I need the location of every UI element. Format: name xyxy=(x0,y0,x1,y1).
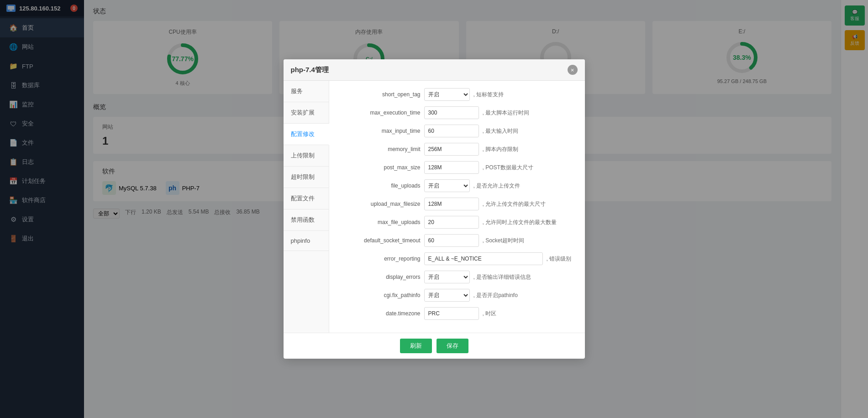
display-errors-select[interactable]: 开启关闭 xyxy=(424,271,470,283)
config-row-short-open-tag: short_open_tag 开启关闭 , 短标签支持 xyxy=(338,88,576,101)
config-desc-upload-max-filesize: , 允许上传文件的最大尺寸 xyxy=(483,200,546,208)
config-row-memory-limit: memory_limit , 脚本内存限制 xyxy=(338,143,576,156)
config-desc-date-timezone: , 时区 xyxy=(483,310,497,318)
modal-close-button[interactable]: × xyxy=(568,65,578,75)
config-row-cgi-fix-pathinfo: cgi.fix_pathinfo 开启关闭 , 是否开启pathinfo xyxy=(338,289,576,302)
post-max-size-input[interactable] xyxy=(424,161,479,174)
config-row-max-execution-time: max_execution_time , 最大脚本运行时间 xyxy=(338,106,576,119)
config-desc-cgi-fix-pathinfo: , 是否开启pathinfo xyxy=(473,292,518,299)
default-socket-timeout-input[interactable] xyxy=(424,234,479,247)
config-row-date-timezone: date.timezone , 时区 xyxy=(338,307,576,320)
refresh-button[interactable]: 刷新 xyxy=(400,339,432,353)
modal-overlay: php-7.4管理 × 服务 安装扩展 配置修改 上传限制 超时限制 配置文件 … xyxy=(0,0,868,418)
config-row-upload-max-filesize: upload_max_filesize , 允许上传文件的最大尺寸 xyxy=(338,198,576,210)
upload-max-filesize-input[interactable] xyxy=(424,198,479,210)
config-row-file-uploads: file_uploads 开启关闭 , 是否允许上传文件 xyxy=(338,179,576,192)
modal-footer: 刷新 保存 xyxy=(284,333,585,359)
config-label-short-open-tag: short_open_tag xyxy=(338,91,421,98)
tab-config-edit[interactable]: 配置修改 xyxy=(284,124,329,145)
config-desc-max-execution-time: , 最大脚本运行时间 xyxy=(483,109,530,117)
modal-tabs: 服务 安装扩展 配置修改 上传限制 超时限制 配置文件 禁用函数 phpinfo xyxy=(284,81,329,333)
memory-limit-input[interactable] xyxy=(424,143,479,156)
tab-install-ext[interactable]: 安装扩展 xyxy=(284,102,329,124)
config-label-max-input-time: max_input_time xyxy=(338,128,421,134)
config-row-error-reporting: error_reporting , 错误级别 xyxy=(338,252,576,265)
config-row-display-errors: display_errors 开启关闭 , 是否输出详细错误信息 xyxy=(338,271,576,283)
date-timezone-input[interactable] xyxy=(424,307,479,320)
config-row-max-input-time: max_input_time , 最大输入时间 xyxy=(338,125,576,137)
php-config-modal: php-7.4管理 × 服务 安装扩展 配置修改 上传限制 超时限制 配置文件 … xyxy=(284,59,585,359)
config-label-file-uploads: file_uploads xyxy=(338,183,421,189)
max-execution-time-input[interactable] xyxy=(424,106,479,119)
config-label-date-timezone: date.timezone xyxy=(338,310,421,317)
config-desc-memory-limit: , 脚本内存限制 xyxy=(483,146,519,153)
modal-header: php-7.4管理 × xyxy=(284,59,585,81)
modal-config-content: short_open_tag 开启关闭 , 短标签支持 max_executio… xyxy=(329,81,585,333)
config-desc-short-open-tag: , 短标签支持 xyxy=(473,91,504,99)
tab-timeout-limit[interactable]: 超时限制 xyxy=(284,167,329,188)
config-row-default-socket-timeout: default_socket_timeout , Socket超时时间 xyxy=(338,234,576,247)
config-desc-max-input-time: , 最大输入时间 xyxy=(483,127,519,135)
config-label-memory-limit: memory_limit xyxy=(338,146,421,152)
error-reporting-input[interactable] xyxy=(424,252,543,265)
config-desc-file-uploads: , 是否允许上传文件 xyxy=(473,182,521,190)
save-button[interactable]: 保存 xyxy=(437,339,468,353)
tab-upload-limit[interactable]: 上传限制 xyxy=(284,145,329,167)
tab-disabled-funcs[interactable]: 禁用函数 xyxy=(284,209,329,231)
config-label-max-file-uploads: max_file_uploads xyxy=(338,219,421,225)
max-input-time-input[interactable] xyxy=(424,125,479,137)
config-desc-post-max-size: , POST数据最大尺寸 xyxy=(483,164,533,172)
short-open-tag-select[interactable]: 开启关闭 xyxy=(424,88,470,101)
config-desc-error-reporting: , 错误级别 xyxy=(547,255,572,263)
config-label-max-execution-time: max_execution_time xyxy=(338,110,421,116)
cgi-fix-pathinfo-select[interactable]: 开启关闭 xyxy=(424,289,470,302)
config-label-error-reporting: error_reporting xyxy=(338,256,421,262)
file-uploads-select[interactable]: 开启关闭 xyxy=(424,179,470,192)
config-desc-default-socket-timeout: , Socket超时时间 xyxy=(483,237,524,245)
config-label-post-max-size: post_max_size xyxy=(338,164,421,171)
modal-body: 服务 安装扩展 配置修改 上传限制 超时限制 配置文件 禁用函数 phpinfo… xyxy=(284,81,585,333)
modal-title: php-7.4管理 xyxy=(291,66,329,74)
config-desc-display-errors: , 是否输出详细错误信息 xyxy=(473,273,531,281)
tab-phpinfo[interactable]: phpinfo xyxy=(284,231,329,251)
config-label-display-errors: display_errors xyxy=(338,274,421,280)
tab-config-file[interactable]: 配置文件 xyxy=(284,188,329,209)
max-file-uploads-input[interactable] xyxy=(424,216,479,229)
tab-service[interactable]: 服务 xyxy=(284,81,329,102)
config-row-max-file-uploads: max_file_uploads , 允许同时上传文件的最大数量 xyxy=(338,216,576,229)
config-desc-max-file-uploads: , 允许同时上传文件的最大数量 xyxy=(483,219,557,226)
config-label-upload-max-filesize: upload_max_filesize xyxy=(338,201,421,207)
config-label-default-socket-timeout: default_socket_timeout xyxy=(338,237,421,244)
config-label-cgi-fix-pathinfo: cgi.fix_pathinfo xyxy=(338,292,421,298)
config-row-post-max-size: post_max_size , POST数据最大尺寸 xyxy=(338,161,576,174)
